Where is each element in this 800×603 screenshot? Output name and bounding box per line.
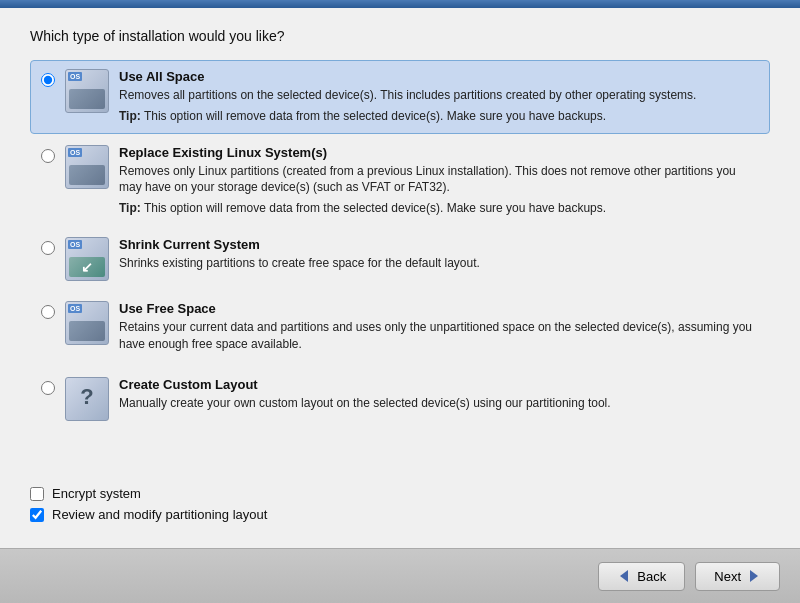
radio-replace-existing[interactable] — [41, 149, 55, 166]
tip-use-all-space: Tip: This option will remove data from t… — [119, 108, 759, 125]
review-layout-label: Review and modify partitioning layout — [52, 507, 267, 522]
tip-replace-existing: Tip: This option will remove data from t… — [119, 200, 759, 217]
title-create-custom: Create Custom Layout — [119, 377, 759, 392]
icon-shrink-current: OS ↙ — [65, 237, 109, 281]
review-layout-row[interactable]: Review and modify partitioning layout — [30, 507, 770, 522]
icon-replace-existing: OS — [65, 145, 109, 189]
text-use-free-space: Use Free Space Retains your current data… — [119, 301, 759, 357]
back-arrow-icon — [617, 569, 631, 583]
text-replace-existing: Replace Existing Linux System(s) Removes… — [119, 145, 759, 217]
tip-text-2: This option will remove data from the se… — [144, 201, 606, 215]
main-content: Which type of installation would you lik… — [0, 8, 800, 548]
tip-text-1: This option will remove data from the se… — [144, 109, 606, 123]
title-replace-existing: Replace Existing Linux System(s) — [119, 145, 759, 160]
title-use-all-space: Use All Space — [119, 69, 759, 84]
option-use-free-space[interactable]: OS Use Free Space Retains your current d… — [30, 292, 770, 366]
icon-create-custom: ? — [65, 377, 109, 421]
question-mark-icon: ? — [80, 384, 93, 410]
icon-use-free-space: OS — [65, 301, 109, 345]
tip-label-1: Tip: — [119, 109, 141, 123]
option-replace-existing[interactable]: OS Replace Existing Linux System(s) Remo… — [30, 136, 770, 226]
radio-use-free-space[interactable] — [41, 305, 55, 322]
back-button-label: Back — [637, 569, 666, 584]
options-list: OS Use All Space Removes all partitions … — [30, 60, 770, 476]
checkboxes-section: Encrypt system Review and modify partiti… — [30, 476, 770, 528]
next-button-label: Next — [714, 569, 741, 584]
text-shrink-current: Shrink Current System Shrinks existing p… — [119, 237, 759, 276]
radio-shrink-current[interactable] — [41, 241, 55, 258]
option-shrink-current[interactable]: OS ↙ Shrink Current System Shrinks exist… — [30, 228, 770, 290]
icon-use-all-space: OS — [65, 69, 109, 113]
bottom-navigation-bar: Back Next — [0, 548, 800, 603]
review-layout-checkbox[interactable] — [30, 508, 44, 522]
back-button[interactable]: Back — [598, 562, 685, 591]
encrypt-system-row[interactable]: Encrypt system — [30, 486, 770, 501]
title-use-free-space: Use Free Space — [119, 301, 759, 316]
desc-shrink-current: Shrinks existing partitions to create fr… — [119, 255, 759, 272]
option-use-all-space[interactable]: OS Use All Space Removes all partitions … — [30, 60, 770, 134]
encrypt-system-checkbox[interactable] — [30, 487, 44, 501]
desc-use-free-space: Retains your current data and partitions… — [119, 319, 759, 353]
desc-create-custom: Manually create your own custom layout o… — [119, 395, 759, 412]
page-title: Which type of installation would you lik… — [30, 28, 770, 44]
desc-use-all-space: Removes all partitions on the selected d… — [119, 87, 759, 104]
next-arrow-icon — [747, 569, 761, 583]
title-shrink-current: Shrink Current System — [119, 237, 759, 252]
text-use-all-space: Use All Space Removes all partitions on … — [119, 69, 759, 125]
encrypt-system-label: Encrypt system — [52, 486, 141, 501]
shrink-arrow-icon: ↙ — [81, 259, 93, 275]
next-button[interactable]: Next — [695, 562, 780, 591]
top-decorative-bar — [0, 0, 800, 8]
option-create-custom[interactable]: ? Create Custom Layout Manually create y… — [30, 368, 770, 430]
text-create-custom: Create Custom Layout Manually create you… — [119, 377, 759, 416]
tip-label-2: Tip: — [119, 201, 141, 215]
radio-create-custom[interactable] — [41, 381, 55, 398]
desc-replace-existing: Removes only Linux partitions (created f… — [119, 163, 759, 197]
radio-use-all-space[interactable] — [41, 73, 55, 90]
